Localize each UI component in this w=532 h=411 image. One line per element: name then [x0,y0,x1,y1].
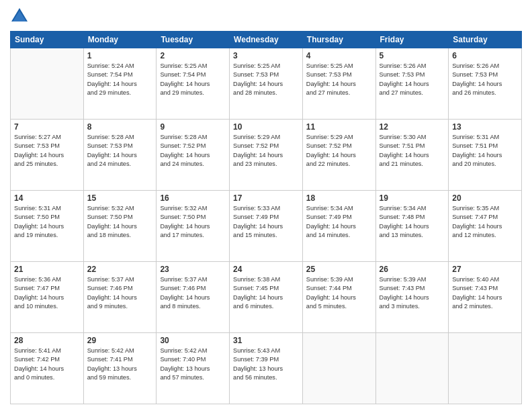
weekday-header: Thursday [302,32,375,48]
day-number: 5 [380,51,445,60]
day-info: Sunrise: 5:24 AMSunset: 7:54 PMDaylight:… [87,62,153,97]
calendar-cell [11,48,84,120]
calendar-cell: 21Sunrise: 5:36 AMSunset: 7:47 PMDayligh… [11,262,84,333]
day-info: Sunrise: 5:34 AMSunset: 7:48 PMDaylight:… [380,204,445,240]
day-number: 22 [87,265,153,274]
calendar-cell: 3Sunrise: 5:25 AMSunset: 7:53 PMDaylight… [230,48,303,120]
calendar-cell: 17Sunrise: 5:33 AMSunset: 7:49 PMDayligh… [230,191,303,262]
day-number: 2 [160,51,226,60]
calendar-cell: 30Sunrise: 5:42 AMSunset: 7:40 PMDayligh… [157,333,230,404]
day-number: 6 [452,51,518,60]
calendar-cell: 25Sunrise: 5:39 AMSunset: 7:44 PMDayligh… [302,262,375,333]
calendar-cell: 2Sunrise: 5:25 AMSunset: 7:54 PMDaylight… [157,48,230,120]
day-number: 26 [380,265,445,274]
day-info: Sunrise: 5:42 AMSunset: 7:40 PMDaylight:… [160,347,226,382]
day-info: Sunrise: 5:25 AMSunset: 7:53 PMDaylight:… [233,62,299,97]
day-info: Sunrise: 5:26 AMSunset: 7:53 PMDaylight:… [380,62,445,97]
calendar-week-row: 14Sunrise: 5:31 AMSunset: 7:50 PMDayligh… [11,191,522,262]
calendar-cell: 7Sunrise: 5:27 AMSunset: 7:53 PMDaylight… [11,120,84,191]
calendar-cell: 28Sunrise: 5:41 AMSunset: 7:42 PMDayligh… [11,333,84,404]
calendar-cell: 23Sunrise: 5:37 AMSunset: 7:46 PMDayligh… [157,262,230,333]
day-number: 15 [87,193,153,203]
weekday-header: Tuesday [157,32,230,48]
calendar-cell: 1Sunrise: 5:24 AMSunset: 7:54 PMDaylight… [83,48,157,120]
day-info: Sunrise: 5:31 AMSunset: 7:50 PMDaylight:… [14,204,80,240]
day-number: 9 [160,122,226,132]
calendar-cell: 26Sunrise: 5:39 AMSunset: 7:43 PMDayligh… [375,262,449,333]
day-number: 29 [87,336,153,345]
page: SundayMondayTuesdayWednesdayThursdayFrid… [0,0,532,411]
day-number: 20 [452,193,518,203]
calendar-cell: 12Sunrise: 5:30 AMSunset: 7:51 PMDayligh… [375,120,449,191]
day-number: 7 [14,122,80,132]
header [10,7,522,26]
day-info: Sunrise: 5:43 AMSunset: 7:39 PMDaylight:… [233,347,299,382]
calendar-cell: 31Sunrise: 5:43 AMSunset: 7:39 PMDayligh… [230,333,303,404]
calendar-cell [302,333,375,404]
day-number: 11 [306,122,372,132]
weekday-header-row: SundayMondayTuesdayWednesdayThursdayFrid… [11,32,522,48]
day-info: Sunrise: 5:25 AMSunset: 7:54 PMDaylight:… [160,62,226,97]
day-info: Sunrise: 5:35 AMSunset: 7:47 PMDaylight:… [452,204,518,240]
weekday-header: Saturday [449,32,522,48]
calendar-week-row: 21Sunrise: 5:36 AMSunset: 7:47 PMDayligh… [11,262,522,333]
day-info: Sunrise: 5:37 AMSunset: 7:46 PMDaylight:… [160,275,226,311]
calendar-cell: 6Sunrise: 5:26 AMSunset: 7:53 PMDaylight… [449,48,522,120]
calendar-cell [449,333,522,404]
calendar-cell: 14Sunrise: 5:31 AMSunset: 7:50 PMDayligh… [11,191,84,262]
calendar-cell: 9Sunrise: 5:28 AMSunset: 7:52 PMDaylight… [157,120,230,191]
day-info: Sunrise: 5:39 AMSunset: 7:43 PMDaylight:… [380,275,445,311]
day-info: Sunrise: 5:25 AMSunset: 7:53 PMDaylight:… [306,62,372,97]
day-number: 28 [14,336,80,345]
calendar-cell: 5Sunrise: 5:26 AMSunset: 7:53 PMDaylight… [375,48,449,120]
day-number: 13 [452,122,518,132]
day-info: Sunrise: 5:32 AMSunset: 7:50 PMDaylight:… [160,204,226,240]
logo-icon [10,7,29,26]
calendar-cell: 10Sunrise: 5:29 AMSunset: 7:52 PMDayligh… [230,120,303,191]
day-number: 12 [380,122,445,132]
day-number: 27 [452,265,518,274]
weekday-header: Friday [375,32,449,48]
day-info: Sunrise: 5:29 AMSunset: 7:52 PMDaylight:… [306,133,372,169]
calendar-cell: 22Sunrise: 5:37 AMSunset: 7:46 PMDayligh… [83,262,157,333]
weekday-header: Monday [83,32,157,48]
calendar-cell: 13Sunrise: 5:31 AMSunset: 7:51 PMDayligh… [449,120,522,191]
day-info: Sunrise: 5:29 AMSunset: 7:52 PMDaylight:… [233,133,299,169]
day-number: 30 [160,336,226,345]
day-info: Sunrise: 5:40 AMSunset: 7:43 PMDaylight:… [452,275,518,311]
logo [10,7,32,26]
day-number: 21 [14,265,80,274]
calendar-cell: 29Sunrise: 5:42 AMSunset: 7:41 PMDayligh… [83,333,157,404]
day-info: Sunrise: 5:42 AMSunset: 7:41 PMDaylight:… [87,347,153,382]
day-info: Sunrise: 5:33 AMSunset: 7:49 PMDaylight:… [233,204,299,240]
day-number: 31 [233,336,299,345]
calendar-cell: 20Sunrise: 5:35 AMSunset: 7:47 PMDayligh… [449,191,522,262]
calendar-week-row: 1Sunrise: 5:24 AMSunset: 7:54 PMDaylight… [11,48,522,120]
calendar-cell: 16Sunrise: 5:32 AMSunset: 7:50 PMDayligh… [157,191,230,262]
day-info: Sunrise: 5:28 AMSunset: 7:53 PMDaylight:… [87,133,153,169]
calendar-table: SundayMondayTuesdayWednesdayThursdayFrid… [10,31,522,404]
calendar-cell: 4Sunrise: 5:25 AMSunset: 7:53 PMDaylight… [302,48,375,120]
day-number: 14 [14,193,80,203]
calendar-cell: 18Sunrise: 5:34 AMSunset: 7:49 PMDayligh… [302,191,375,262]
day-number: 19 [380,193,445,203]
calendar-week-row: 28Sunrise: 5:41 AMSunset: 7:42 PMDayligh… [11,333,522,404]
day-info: Sunrise: 5:37 AMSunset: 7:46 PMDaylight:… [87,275,153,311]
day-info: Sunrise: 5:36 AMSunset: 7:47 PMDaylight:… [14,275,80,311]
day-info: Sunrise: 5:26 AMSunset: 7:53 PMDaylight:… [452,62,518,97]
day-number: 18 [306,193,372,203]
calendar-cell: 15Sunrise: 5:32 AMSunset: 7:50 PMDayligh… [83,191,157,262]
day-number: 10 [233,122,299,132]
calendar-cell: 19Sunrise: 5:34 AMSunset: 7:48 PMDayligh… [375,191,449,262]
day-info: Sunrise: 5:32 AMSunset: 7:50 PMDaylight:… [87,204,153,240]
day-info: Sunrise: 5:27 AMSunset: 7:53 PMDaylight:… [14,133,80,169]
day-info: Sunrise: 5:41 AMSunset: 7:42 PMDaylight:… [14,347,80,382]
day-number: 16 [160,193,226,203]
day-number: 25 [306,265,372,274]
day-info: Sunrise: 5:34 AMSunset: 7:49 PMDaylight:… [306,204,372,240]
day-info: Sunrise: 5:38 AMSunset: 7:45 PMDaylight:… [233,275,299,311]
day-number: 8 [87,122,153,132]
calendar-cell: 27Sunrise: 5:40 AMSunset: 7:43 PMDayligh… [449,262,522,333]
day-number: 17 [233,193,299,203]
day-info: Sunrise: 5:39 AMSunset: 7:44 PMDaylight:… [306,275,372,311]
